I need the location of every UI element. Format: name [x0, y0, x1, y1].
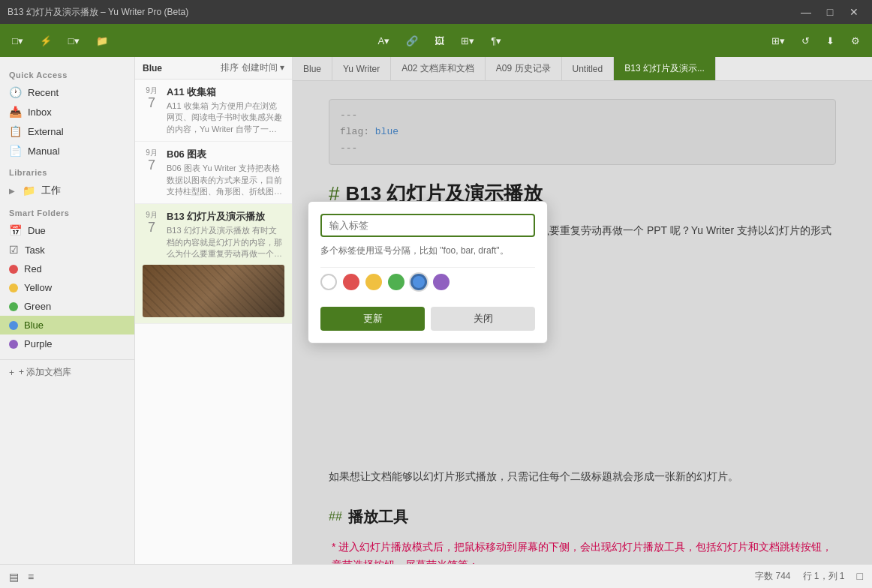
- tag-dialog: 多个标签使用逗号分隔，比如 "foo, bar, draft"。 更新 关闭: [308, 201, 548, 344]
- sidebar-item-label: Inbox: [28, 106, 52, 118]
- sidebar-item-external[interactable]: 📋 External: [0, 122, 134, 141]
- quick-access-label: Quick Access: [0, 63, 134, 82]
- yellow-dot: [9, 284, 18, 292]
- folder-button[interactable]: 📁: [90, 32, 114, 50]
- tab-b13[interactable]: B13 幻灯片及演示...: [614, 57, 716, 80]
- color-yellow[interactable]: [365, 274, 382, 290]
- view-button[interactable]: ⊞▾: [765, 32, 791, 50]
- add-library-button[interactable]: + + 添加文档库: [0, 359, 134, 385]
- sidebar-item-blue[interactable]: Blue: [0, 316, 134, 334]
- link-button[interactable]: 🔗: [400, 32, 424, 50]
- sidebar-item-label: Task: [25, 244, 45, 256]
- color-blue[interactable]: [410, 274, 427, 290]
- quick-action-button[interactable]: ⚡: [34, 32, 58, 50]
- sidebar-item-label: 工作: [41, 184, 61, 197]
- clock-icon: 🕐: [9, 86, 22, 98]
- close-dialog-button[interactable]: 关闭: [431, 307, 535, 331]
- sidebar-item-label: Due: [28, 225, 46, 236]
- sidebar-item-label: Recent: [28, 87, 59, 98]
- file-desc: B13 幻灯片及演示播放 有时文档的内容就是幻灯片的内容，那么为什么要重复劳动再…: [167, 225, 284, 260]
- add-library-label: + 添加文档库: [19, 366, 71, 379]
- folder-icon: 📁: [23, 184, 35, 196]
- sidebar-item-label: Green: [24, 301, 51, 312]
- purple-dot: [9, 340, 18, 349]
- text-format-button[interactable]: A▾: [372, 32, 396, 50]
- sidebar-item-label: Manual: [28, 146, 60, 157]
- file-name: A11 收集箱: [167, 86, 284, 99]
- blue-dot: [9, 321, 18, 330]
- undo-button[interactable]: ↺: [795, 32, 816, 50]
- sidebar-item-task[interactable]: ☑ Task: [0, 240, 134, 260]
- window-controls: — □ ✕: [795, 2, 864, 22]
- tag-input[interactable]: [320, 214, 535, 237]
- update-button[interactable]: 更新: [320, 307, 425, 331]
- toolbar-right: ⊞▾ ↺ ⬇ ⚙: [765, 32, 866, 50]
- file-item-b13[interactable]: 9月 7 B13 幻灯片及演示播放 B13 幻灯片及演示播放 有时文档的内容就是…: [135, 204, 292, 323]
- titlebar: B13 幻灯片及演示播放 – Yu Writer Pro (Beta) — □ …: [0, 0, 872, 24]
- dialog-buttons: 更新 关闭: [320, 307, 535, 331]
- file-name: B06 图表: [167, 148, 284, 161]
- external-icon: 📋: [9, 125, 22, 137]
- sidebar-item-yellow[interactable]: Yellow: [0, 278, 134, 297]
- tab-yuwriter[interactable]: Yu Writer: [332, 57, 391, 80]
- dialog-overlay: 多个标签使用逗号分隔，比如 "foo, bar, draft"。 更新 关闭: [293, 81, 872, 564]
- sidebar-item-due[interactable]: 📅 Due: [0, 220, 134, 240]
- download-button[interactable]: ⬇: [820, 32, 840, 50]
- task-icon: ☑: [9, 244, 19, 256]
- word-count: 字数 744: [755, 570, 790, 583]
- maximize-button[interactable]: □: [819, 2, 840, 22]
- inbox-icon: 📥: [9, 106, 22, 118]
- file-date-num: 9月 7: [143, 86, 161, 110]
- sidebar-item-inbox[interactable]: 📥 Inbox: [0, 102, 134, 122]
- cursor-position: 行 1，列 1: [803, 570, 845, 583]
- sidebar-item-manual[interactable]: 📄 Manual: [0, 141, 134, 160]
- add-icon: +: [9, 368, 14, 378]
- smart-folders-label: Smart Folders: [0, 201, 134, 220]
- list-toggle-icon[interactable]: ≡: [28, 571, 34, 583]
- sidebar: Quick Access 🕐 Recent 📥 Inbox 📋 External…: [0, 57, 135, 564]
- tab-bar: Blue Yu Writer A02 文档库和文档 A09 历史记录 Untit…: [293, 57, 872, 81]
- file-item-b06[interactable]: 9月 7 B06 图表 B06 图表 Yu Writer 支持把表格数据以图表的…: [135, 142, 292, 204]
- file-item-a11[interactable]: 9月 7 A11 收集箱 A11 收集箱 为方便用户在浏览网页、阅读电子书时收集…: [135, 80, 292, 142]
- color-picker: [320, 267, 535, 296]
- file-date-num: 9月 7: [143, 148, 161, 172]
- calendar-icon: 📅: [9, 224, 22, 236]
- open-button[interactable]: □▾: [62, 32, 86, 50]
- file-thumbnail: [143, 265, 284, 317]
- sidebar-item-label: Purple: [24, 338, 53, 350]
- image-button[interactable]: 🖼: [428, 32, 450, 50]
- sidebar-item-green[interactable]: Green: [0, 297, 134, 316]
- tag-hint: 多个标签使用逗号分隔，比如 "foo, bar, draft"。: [320, 243, 535, 258]
- settings-button[interactable]: ⚙: [845, 32, 866, 50]
- file-date-num: 9月 7: [143, 210, 161, 234]
- sidebar-item-label: External: [28, 126, 64, 137]
- filelist-sort[interactable]: 排序 创建时间 ▾: [221, 62, 284, 74]
- table-button[interactable]: ⊞▾: [455, 32, 480, 50]
- tab-blue[interactable]: Blue: [293, 57, 332, 80]
- sidebar-item-red[interactable]: Red: [0, 260, 134, 278]
- title-text: B13 幻灯片及演示播放 – Yu Writer Pro (Beta): [8, 6, 188, 19]
- sidebar-item-label: Yellow: [24, 282, 52, 293]
- fullscreen-icon[interactable]: □: [857, 570, 863, 583]
- libraries-label: Libraries: [0, 160, 134, 180]
- document-content[interactable]: --- flag: blue --- # B13 幻灯片及演示播放 有时文档的内…: [293, 81, 872, 564]
- sidebar-item-purple[interactable]: Purple: [0, 334, 134, 353]
- tab-a02[interactable]: A02 文档库和文档: [391, 57, 486, 80]
- minimize-button[interactable]: —: [795, 2, 816, 22]
- main-layout: Quick Access 🕐 Recent 📥 Inbox 📋 External…: [0, 57, 872, 564]
- tab-untitled[interactable]: Untitled: [562, 57, 615, 80]
- color-green[interactable]: [388, 274, 404, 290]
- sidebar-item-work[interactable]: ▶ 📁 工作: [0, 180, 134, 201]
- paragraph-button[interactable]: ¶▾: [485, 32, 507, 50]
- color-red[interactable]: [343, 274, 359, 290]
- sidebar-item-label: Red: [24, 263, 42, 274]
- tab-a09[interactable]: A09 历史记录: [486, 57, 562, 80]
- color-none[interactable]: [320, 274, 337, 290]
- color-purple[interactable]: [433, 274, 450, 290]
- file-list: Blue 排序 创建时间 ▾ 9月 7 A11 收集箱 A11 收集箱 为方便用…: [135, 57, 293, 564]
- close-button[interactable]: ✕: [843, 2, 864, 22]
- sidebar-item-label: Blue: [24, 320, 44, 331]
- sidebar-item-recent[interactable]: 🕐 Recent: [0, 82, 134, 102]
- new-doc-button[interactable]: □▾: [6, 32, 29, 50]
- sidebar-toggle-icon[interactable]: ▤: [9, 571, 19, 583]
